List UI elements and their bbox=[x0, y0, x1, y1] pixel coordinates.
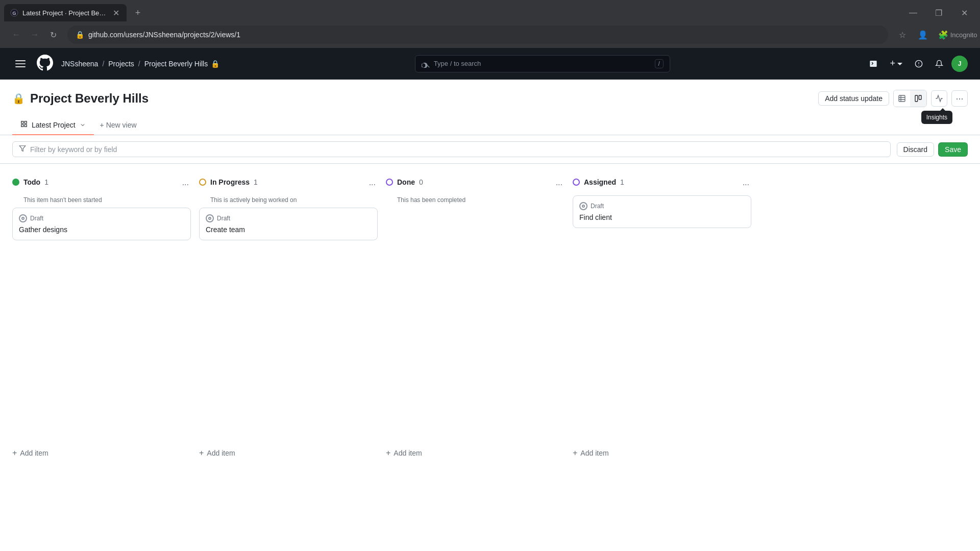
card-title: Create team bbox=[206, 226, 371, 234]
svg-rect-13 bbox=[919, 95, 921, 99]
column-more-button[interactable]: ··· bbox=[741, 178, 751, 191]
plus-icon: + bbox=[890, 58, 895, 69]
breadcrumb-current: Project Beverly Hills 🔒 bbox=[144, 60, 219, 68]
save-button[interactable]: Save bbox=[938, 142, 968, 157]
svg-rect-2 bbox=[15, 60, 26, 61]
address-bar[interactable]: 🔒 github.com/users/JNSsheena/projects/2/… bbox=[67, 26, 888, 44]
avatar[interactable]: J bbox=[951, 56, 968, 72]
card[interactable]: Draft Find client bbox=[573, 195, 751, 228]
add-item-button[interactable]: + Add item bbox=[573, 444, 751, 462]
column-more-button[interactable]: ··· bbox=[554, 178, 565, 191]
header-actions: + J bbox=[865, 56, 968, 72]
address-bar-container: ← → ↻ 🔒 github.com/users/JNSsheena/proje… bbox=[0, 21, 980, 48]
search-box[interactable]: Type / to search / bbox=[415, 55, 670, 72]
tab-latest-project[interactable]: Latest Project bbox=[12, 115, 94, 135]
svg-rect-16 bbox=[21, 124, 23, 127]
github-logo[interactable] bbox=[37, 55, 53, 72]
filter-input[interactable] bbox=[30, 145, 884, 154]
terminal-button[interactable] bbox=[865, 56, 881, 72]
bookmark-button[interactable]: ☆ bbox=[894, 27, 911, 43]
breadcrumb: JNSsheena / Projects / Project Beverly H… bbox=[61, 60, 219, 68]
filter-icon bbox=[19, 145, 26, 154]
insights-tooltip: Insights bbox=[921, 111, 952, 124]
svg-marker-18 bbox=[19, 146, 26, 152]
card-title: Find client bbox=[579, 213, 745, 221]
add-item-button[interactable]: + Add item bbox=[12, 444, 191, 462]
project-lock-icon: 🔒 bbox=[12, 92, 25, 105]
card-type: Draft bbox=[30, 215, 43, 222]
breadcrumb-projects[interactable]: Projects bbox=[108, 60, 134, 68]
breadcrumb-user[interactable]: JNSsheena bbox=[61, 60, 98, 68]
create-button[interactable]: + bbox=[886, 56, 906, 72]
address-text: github.com/users/JNSsheena/projects/2/vi… bbox=[88, 31, 880, 39]
hamburger-menu-button[interactable] bbox=[12, 56, 29, 72]
minimize-button[interactable]: — bbox=[901, 4, 925, 21]
notifications-button[interactable] bbox=[931, 56, 947, 72]
back-button[interactable]: ← bbox=[8, 27, 24, 43]
maximize-button[interactable]: ❐ bbox=[927, 4, 950, 21]
svg-rect-8 bbox=[899, 95, 905, 102]
column-cards: Draft Create team bbox=[199, 208, 378, 444]
column-cards bbox=[386, 208, 565, 444]
profile-button[interactable]: 👤 bbox=[915, 27, 931, 43]
incognito-label: Incognito bbox=[955, 27, 972, 43]
column-description: This item hasn't been started bbox=[12, 195, 191, 208]
browser-tab[interactable]: G Latest Project · Project Beverly ... ✕ bbox=[4, 4, 127, 21]
ssl-lock-icon: 🔒 bbox=[76, 31, 84, 39]
svg-rect-3 bbox=[15, 63, 26, 64]
svg-point-7 bbox=[918, 65, 919, 65]
extensions-button[interactable]: 🧩 bbox=[935, 27, 951, 43]
svg-rect-17 bbox=[24, 124, 27, 127]
column-title-group: Todo 1 bbox=[12, 178, 48, 186]
svg-rect-4 bbox=[15, 66, 26, 67]
column-more-button[interactable]: ··· bbox=[180, 178, 191, 191]
card[interactable]: Draft Gather designs bbox=[12, 208, 191, 240]
project-header-actions: Add status update Insights ··· bbox=[818, 90, 968, 107]
forward-button[interactable]: → bbox=[27, 27, 43, 43]
column-name: Todo bbox=[23, 178, 40, 186]
column-cards: Draft Find client bbox=[573, 195, 751, 444]
draft-icon bbox=[206, 214, 214, 222]
column-name: In Progress bbox=[210, 178, 250, 186]
breadcrumb-project-name: Project Beverly Hills bbox=[144, 60, 208, 68]
card[interactable]: Draft Create team bbox=[199, 208, 378, 240]
column-cards: Draft Gather designs bbox=[12, 208, 191, 444]
new-tab-button[interactable]: + bbox=[131, 6, 145, 20]
tab-dropdown-icon[interactable] bbox=[80, 122, 86, 128]
reload-button[interactable]: ↻ bbox=[45, 27, 61, 43]
close-window-button[interactable]: ✕ bbox=[952, 4, 976, 21]
column-status-dot bbox=[573, 179, 580, 186]
search-shortcut: / bbox=[655, 59, 664, 68]
add-item-button[interactable]: + Add item bbox=[386, 444, 565, 462]
tab-title: Latest Project · Project Beverly ... bbox=[22, 9, 107, 17]
column-more-button[interactable]: ··· bbox=[367, 178, 378, 191]
discard-button[interactable]: Discard bbox=[897, 142, 934, 157]
add-item-plus-icon: + bbox=[386, 448, 390, 458]
draft-icon bbox=[579, 202, 587, 210]
board-view-button[interactable] bbox=[910, 90, 926, 107]
add-item-label: Add item bbox=[20, 449, 48, 457]
column-description: This has been completed bbox=[386, 195, 565, 208]
tab-label: Latest Project bbox=[32, 121, 76, 129]
column-header-inprogress: In Progress 1 ··· bbox=[199, 172, 378, 195]
close-tab-button[interactable]: ✕ bbox=[111, 8, 120, 17]
new-view-button[interactable]: + New view bbox=[94, 117, 143, 133]
issues-button[interactable] bbox=[911, 56, 927, 72]
svg-text:G: G bbox=[12, 11, 16, 16]
card-type: Draft bbox=[591, 203, 604, 210]
breadcrumb-sep1: / bbox=[102, 60, 104, 68]
table-view-button[interactable] bbox=[894, 90, 910, 107]
add-item-button[interactable]: + Add item bbox=[199, 444, 378, 462]
add-item-plus-icon: + bbox=[12, 448, 17, 458]
board-column-inprogress: In Progress 1 ··· This is actively being… bbox=[199, 172, 378, 462]
board-column-todo: Todo 1 ··· This item hasn't been started… bbox=[12, 172, 191, 462]
column-name: Assigned bbox=[584, 178, 616, 186]
github-header: JNSsheena / Projects / Project Beverly H… bbox=[0, 48, 980, 80]
tab-favicon: G bbox=[10, 9, 18, 17]
header-search: Type / to search / bbox=[228, 55, 857, 72]
board-column-assigned: Assigned 1 ··· Draft Find client + Add i… bbox=[573, 172, 751, 462]
add-status-update-button[interactable]: Add status update bbox=[818, 91, 889, 106]
insights-button[interactable] bbox=[931, 90, 947, 107]
more-options-button[interactable]: ··· bbox=[951, 90, 968, 107]
card-type: Draft bbox=[217, 215, 230, 222]
